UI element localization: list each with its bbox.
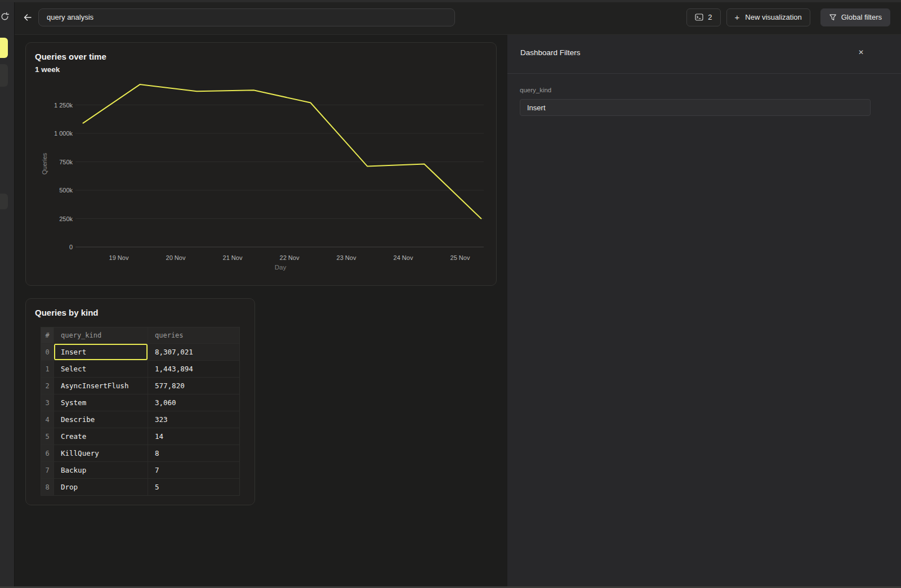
x-tick-label: 21 Nov [223,254,243,261]
cell-query-kind[interactable]: Insert [53,344,148,360]
cell-queries[interactable]: 14 [148,428,240,445]
x-tick-label: 19 Nov [109,254,129,261]
cell-index[interactable]: 0 [41,344,53,360]
table-row: 0Insert8,307,021 [41,343,239,360]
cell-index[interactable]: 6 [41,445,53,461]
top-bar: 2 + New visualization Global filters [15,0,901,35]
cell-index[interactable]: 7 [41,462,53,478]
cell-queries[interactable]: 8 [148,445,240,461]
cell-queries[interactable]: 8,307,021 [148,344,240,360]
queries-line [83,84,481,218]
cell-query-kind[interactable]: KillQuery [53,445,148,461]
header-query-kind: query_kind [53,327,148,343]
table-row: 1Select1,443,894 [41,360,239,377]
filter-field-label: query_kind [520,87,871,93]
console-count: 2 [708,13,712,21]
table-title: Queries by kind [35,308,99,317]
console-queries-button[interactable]: 2 [686,8,720,26]
queries-over-time-chart: 0250k500k750k1 000k1 250k19 Nov20 Nov21 … [26,43,497,286]
y-axis-label: Queries [41,152,48,174]
cell-queries[interactable]: 577,820 [148,378,240,394]
queries-over-time-card: Queries over time 1 week 0250k500k750k1 … [25,42,497,286]
cell-query-kind[interactable]: Create [53,428,148,445]
table-row: 2AsyncInsertFlush577,820 [41,377,239,394]
y-tick-label: 1 000k [54,130,73,137]
table-row: 3System3,060 [41,394,239,411]
x-axis-label: Day [275,264,287,271]
filter-field-query-kind: query_kind [520,87,871,116]
global-filters-button[interactable]: Global filters [820,8,890,26]
dashboard-title-input[interactable] [38,8,455,26]
x-tick-label: 23 Nov [337,254,356,261]
table-row: 5Create14 [41,428,239,445]
left-rail [0,0,15,588]
new-visualization-label: New visualization [745,13,801,21]
rail-item-active-visualization[interactable] [0,38,8,58]
dashboard-canvas: Queries over time 1 week 0250k500k750k1 … [15,35,507,588]
y-tick-label: 750k [59,159,73,165]
console-icon [695,14,703,21]
cell-query-kind[interactable]: Drop [53,479,148,495]
funnel-icon [829,14,837,21]
cell-index[interactable]: 8 [41,479,53,495]
panel-divider [507,73,901,74]
cell-queries[interactable]: 323 [148,411,240,428]
cell-index[interactable]: 3 [41,394,53,411]
x-tick-label: 22 Nov [280,254,300,261]
x-tick-label: 24 Nov [394,254,413,261]
y-tick-label: 1 250k [54,102,73,109]
topbar-actions: 2 + New visualization Global filters [686,8,901,26]
cell-query-kind[interactable]: Backup [53,462,148,478]
table-row: 7Backup7 [41,461,239,478]
cell-query-kind[interactable]: Select [53,361,148,377]
cell-index[interactable]: 2 [41,378,53,394]
dashboard-filters-panel: Dashboard Filters ✕ query_kind [507,35,901,588]
back-arrow-icon [23,13,33,22]
y-tick-label: 500k [59,187,73,194]
cell-queries[interactable]: 1,443,894 [148,361,240,377]
plus-icon: + [735,12,740,22]
table-row: 8Drop5 [41,478,239,495]
global-filters-label: Global filters [841,13,882,21]
cell-query-kind[interactable]: System [53,394,148,411]
cell-query-kind[interactable]: Describe [53,411,148,428]
queries-table: #query_kindqueries0Insert8,307,0211Selec… [41,327,240,496]
filters-panel-title: Dashboard Filters [520,48,581,57]
close-icon[interactable]: ✕ [856,47,866,57]
refresh-icon[interactable] [0,12,10,21]
table-row: 6KillQuery8 [41,445,239,461]
y-tick-label: 0 [69,244,73,250]
cell-query-kind[interactable]: AsyncInsertFlush [53,378,148,394]
y-tick-label: 250k [59,216,73,222]
cell-index[interactable]: 4 [41,411,53,428]
table-row: 4Describe323 [41,411,239,428]
cell-queries[interactable]: 5 [148,479,240,495]
x-tick-label: 20 Nov [166,254,186,261]
window-top-edge [0,0,901,2]
header-index: # [41,327,53,343]
rail-item-visualization[interactable] [0,64,8,87]
header-queries: queries [148,327,240,343]
cell-index[interactable]: 5 [41,428,53,445]
cell-index[interactable]: 1 [41,361,53,377]
rail-item-visualization[interactable] [0,194,8,209]
queries-by-kind-card: Queries by kind #query_kindqueries0Inser… [25,298,255,505]
x-tick-label: 25 Nov [450,254,470,261]
filter-query-kind-input[interactable] [520,99,871,116]
back-button[interactable] [21,11,34,24]
cell-queries[interactable]: 7 [148,462,240,478]
table-header-row: #query_kindqueries [41,327,239,343]
cell-queries[interactable]: 3,060 [148,394,240,411]
new-visualization-button[interactable]: + New visualization [726,8,810,26]
